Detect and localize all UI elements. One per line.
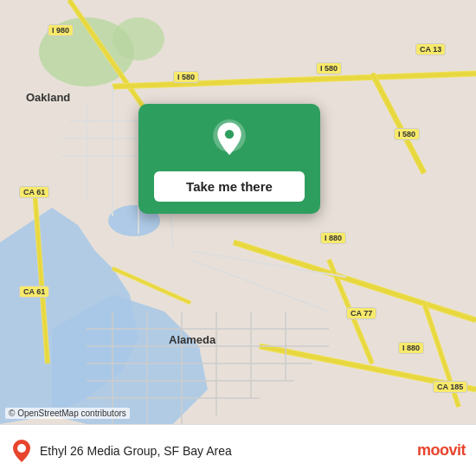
svg-line-8 [113, 74, 476, 87]
take-me-there-button[interactable]: Take me there [154, 171, 305, 202]
ca13-label: CA 13 [415, 43, 446, 55]
place-name: Ethyl 26 Media Group, SF Bay Area [40, 444, 232, 458]
svg-point-45 [17, 444, 26, 453]
i580-right-label: I 580 [316, 62, 342, 74]
i580-left-label: I 580 [173, 71, 199, 83]
ca61-left-label: CA 61 [19, 186, 49, 198]
i580-top-right-label: I 580 [394, 128, 420, 140]
svg-point-44 [225, 130, 234, 138]
bottom-bar: Ethyl 26 Media Group, SF Bay Area moovit [0, 424, 476, 476]
ca185-label: CA 185 [433, 381, 467, 393]
popup-card: Take me there [138, 104, 320, 214]
ca61-bottom-label: CA 61 [19, 286, 49, 298]
map-container: Oakland Alameda I 980 I 580 I 580 CA 13 … [0, 0, 476, 424]
alameda-label: Alameda [169, 333, 215, 346]
svg-point-4 [113, 17, 164, 61]
ca77-label: CA 77 [346, 307, 376, 319]
moovit-text: moovit [417, 441, 466, 460]
i880-bottom-label: I 880 [398, 342, 424, 354]
map-attribution: © OpenStreetMap contributors [5, 408, 130, 419]
moovit-logo: moovit [417, 441, 466, 460]
i880-label: I 880 [320, 232, 346, 244]
i980-label: I 980 [48, 24, 74, 36]
moovit-pin-icon [10, 438, 33, 464]
svg-line-10 [372, 74, 424, 173]
oakland-label: Oakland [26, 91, 70, 104]
location-pin-icon [209, 119, 250, 161]
